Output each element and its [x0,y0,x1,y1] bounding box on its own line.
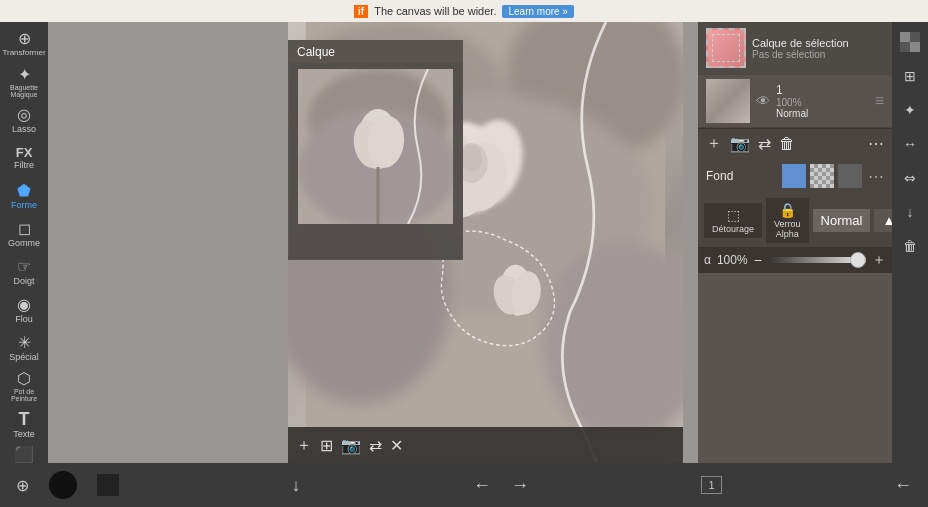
fond-color-dark[interactable] [838,164,862,188]
alpha-value: 100% [717,253,748,267]
download-bottom-icon[interactable]: ↓ [291,475,300,496]
mirror-icon[interactable]: ⇔ [894,162,926,194]
canvas-close-button[interactable]: ✕ [390,436,403,455]
lasso-icon: ◎ [17,107,31,123]
back-button[interactable]: ← [894,475,912,496]
add-transform-button[interactable]: ⇄ [758,134,771,153]
tool-shape[interactable]: ⬟ Forme [2,178,46,214]
lock-icon: 🔒 [779,202,796,218]
download-icon[interactable]: ↓ [894,196,926,228]
detourage-button[interactable]: ⬚ Détourage [704,203,762,238]
undo-button[interactable]: ← [473,475,491,496]
layer-1-percent: 100% [776,97,869,108]
calque-thumbnail-svg [298,69,453,224]
page-indicator[interactable]: 1 [701,476,721,494]
svg-point-13 [460,145,482,172]
shape-icon: ⬟ [17,183,31,199]
svg-rect-26 [910,42,920,52]
magic-wand-icon: ✦ [18,67,31,83]
eye-icon[interactable]: 👁 [756,93,770,109]
svg-rect-25 [900,32,910,42]
layer-add-bar: ＋ 📷 ⇄ 🗑 ⋯ [698,128,892,158]
alpha-plus-button[interactable]: ＋ [872,251,886,269]
more-options-button[interactable]: ⋯ [868,134,884,153]
alpha-slider[interactable] [768,257,866,263]
add-photo-button[interactable]: 📷 [730,134,750,153]
tool-label-filter: Filtre [14,160,34,170]
layer-1[interactable]: 👁 1 100% Normal ≡ [698,75,892,128]
selection-layer-name: Calque de sélection [752,37,884,49]
canvas-transform-button[interactable]: ⇄ [369,436,382,455]
move-icon[interactable]: ✦ [894,94,926,126]
detourage-label: Détourage [712,224,754,234]
tool-blur[interactable]: ◉ Flou [2,292,46,328]
ad-bar: if The canvas will be wider. Learn more … [0,0,928,22]
tool-finger[interactable]: ☞ Doigt [2,254,46,290]
grid-icon[interactable]: ⊞ [894,60,926,92]
text-icon: T [19,410,30,428]
tool-label-eraser: Gomme [8,238,40,248]
drag-handle-icon[interactable]: ≡ [875,92,884,110]
tool-label-finger: Doigt [13,276,34,286]
alpha-bar: α 100% − ＋ [698,247,892,273]
fit-icon[interactable]: ↔ [894,128,926,160]
alpha-label: α [704,253,711,267]
calque-panel: Calque [288,40,463,260]
fond-color-checker[interactable] [810,164,834,188]
ad-text: The canvas will be wider. [374,5,496,17]
auto-select-icon[interactable]: ⊕ [16,476,29,495]
tool-eraser[interactable]: ◻ Gomme [2,216,46,252]
blend-bar: ⬚ Détourage 🔒 Verrou Alpha Normal ▲ [698,194,892,247]
blur-icon: ◉ [17,297,31,313]
trash-icon[interactable]: 🗑 [894,230,926,262]
selection-layer-sub: Pas de sélection [752,49,884,60]
layer-1-thumb [706,79,750,123]
flower-canvas[interactable]: Calque [288,22,683,463]
svg-rect-27 [910,32,920,42]
fond-color-blue[interactable] [782,164,806,188]
ad-logo: if [354,5,368,18]
canvas-add-layer-button[interactable]: ⊞ [320,436,333,455]
tool-label-paint-bucket: Pot de Peinture [4,388,44,402]
canvas-bottom-toolbar: ＋ ⊞ 📷 ⇄ ✕ [288,427,683,463]
tool-text[interactable]: T Texte [2,406,46,442]
eraser-icon: ◻ [18,221,31,237]
tool-label-blur: Flou [15,314,33,324]
secondary-color-square[interactable] [97,474,119,496]
redo-button[interactable]: → [511,475,529,496]
tool-magic-wand[interactable]: ✦ Baguette Magique [2,64,46,100]
canvas-camera-button[interactable]: 📷 [341,436,361,455]
calque-title: Calque [289,41,462,63]
blend-mode-display[interactable]: Normal [813,209,871,232]
tool-paint-bucket[interactable]: ⬡ Pot de Peinture [2,368,46,404]
fond-row: Fond ⋯ [698,158,892,194]
tool-filter[interactable]: FX Filtre [2,140,46,176]
tool-transformer[interactable]: ⊕ Transformer [2,26,46,62]
learn-more-button[interactable]: Learn more » [502,5,573,18]
tool-label-lasso: Lasso [12,124,36,134]
checkerboard-icon[interactable] [894,26,926,58]
layers-right-toolbar: ⊞ ✦ ↔ ⇔ ↓ 🗑 [892,22,928,463]
fond-more-icon[interactable]: ⋯ [868,167,884,186]
canvas-area: Calque [288,22,683,463]
canvas-add-button[interactable]: ＋ [296,435,312,456]
alpha-minus-button[interactable]: − [754,252,762,268]
add-layer-button[interactable]: ＋ [706,133,722,154]
alpha-slider-thumb[interactable] [850,252,866,268]
tool-lasso[interactable]: ◎ Lasso [2,102,46,138]
tool-special[interactable]: ✳ Spécial [2,330,46,366]
crop-icon: ⬛ [14,447,34,463]
left-toolbar: ⊕ Transformer ✦ Baguette Magique ◎ Lasso… [0,22,48,463]
paint-bucket-icon: ⬡ [17,371,31,387]
main-area: Calque [48,22,928,463]
brush-color-circle[interactable] [49,471,77,499]
selection-layer-info: Calque de sélection Pas de sélection [752,37,884,60]
layer-1-info: 1 100% Normal [776,83,869,119]
bottom-toolbar: ⊕ ↓ ← → 1 ← [0,463,928,507]
delete-layer-button[interactable]: 🗑 [779,135,795,153]
selection-layer[interactable]: Calque de sélection Pas de sélection [698,22,892,75]
tool-label-transformer: Transformer [2,48,45,57]
finger-icon: ☞ [17,259,31,275]
verrou-alpha-button[interactable]: 🔒 Verrou Alpha [766,198,809,243]
transformer-icon: ⊕ [18,31,31,47]
